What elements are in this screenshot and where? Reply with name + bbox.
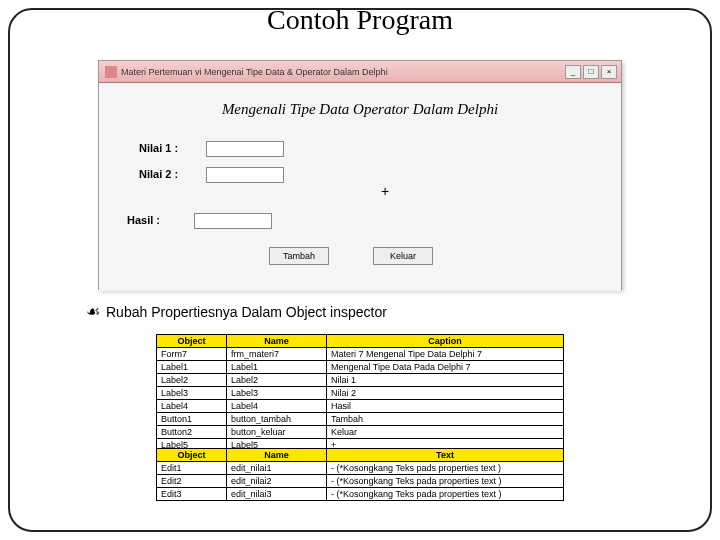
bullet-caption: ☙ Rubah Propertiesnya Dalam Object inspe…	[86, 302, 387, 321]
table-row: Label2Label2Nilai 1	[157, 374, 564, 387]
table-row: Edit1edit_nilai1- (*Kosongkang Teks pads…	[157, 462, 564, 475]
row-hasil: Hasil :	[127, 213, 272, 229]
edit-nilai1[interactable]	[206, 141, 284, 157]
row-nilai2: Nilai 2 :	[139, 167, 284, 183]
window-title-text: Materi Pertemuan vi Mengenai Tipe Data &…	[121, 67, 388, 77]
minimize-button[interactable]: _	[565, 65, 581, 79]
label-hasil: Hasil :	[127, 214, 187, 226]
close-button[interactable]: ×	[601, 65, 617, 79]
keluar-button[interactable]: Keluar	[373, 247, 433, 265]
edit-hasil[interactable]	[194, 213, 272, 229]
table-row: Edit3edit_nilai3- (*Kosongkang Teks pada…	[157, 488, 564, 501]
th-text: Text	[327, 449, 564, 462]
label-nilai1: Nilai 1 :	[139, 142, 199, 154]
properties-table-2: Object Name Text Edit1edit_nilai1- (*Kos…	[156, 448, 564, 501]
th-name: Name	[227, 335, 327, 348]
label-nilai2: Nilai 2 :	[139, 168, 199, 180]
th-object: Object	[157, 449, 227, 462]
row-nilai1: Nilai 1 :	[139, 141, 284, 157]
form-heading-label: Mengenali Tipe Data Operator Dalam Delph…	[99, 101, 621, 118]
caption-text: Rubah Propertiesnya Dalam Object inspect…	[106, 304, 387, 320]
maximize-button[interactable]: □	[583, 65, 599, 79]
window-titlebar: Materi Pertemuan vi Mengenai Tipe Data &…	[99, 61, 621, 83]
table-row: Label4Label4Hasil	[157, 400, 564, 413]
table-row: Label3Label3Nilai 2	[157, 387, 564, 400]
delphi-form-window: Materi Pertemuan vi Mengenai Tipe Data &…	[98, 60, 622, 290]
tambah-button[interactable]: Tambah	[269, 247, 329, 265]
edit-nilai2[interactable]	[206, 167, 284, 183]
table-row: Form7frm_materi7Materi 7 Mengenal Tipe D…	[157, 348, 564, 361]
plus-label: +	[381, 183, 389, 199]
table-header-row: Object Name Text	[157, 449, 564, 462]
app-icon	[105, 66, 117, 78]
form-designer-surface[interactable]: Mengenali Tipe Data Operator Dalam Delph…	[99, 83, 621, 291]
table-row: Button1button_tambahTambah	[157, 413, 564, 426]
th-caption: Caption	[327, 335, 564, 348]
properties-table-1: Object Name Caption Form7frm_materi7Mate…	[156, 334, 564, 452]
th-object: Object	[157, 335, 227, 348]
table-header-row: Object Name Caption	[157, 335, 564, 348]
table-row: Label1Label1Mengenal Tipe Data Pada Delp…	[157, 361, 564, 374]
table-row: Edit2edit_nilai2- (*Kosongkang Teks pada…	[157, 475, 564, 488]
th-name: Name	[227, 449, 327, 462]
table-row: Button2button_keluarKeluar	[157, 426, 564, 439]
bullet-icon: ☙	[86, 302, 100, 321]
